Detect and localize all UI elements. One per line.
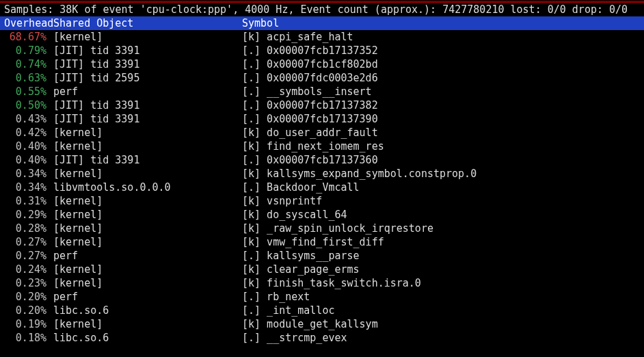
symbol-cell: [k] module_get_kallsym	[242, 317, 378, 331]
symbol-cell: [.] 0x00007fcb17137390	[242, 112, 378, 126]
shared-object-cell: [kernel]	[46, 140, 242, 153]
overhead-cell: 0.50%	[4, 98, 46, 112]
shared-object-cell: [kernel]	[46, 208, 242, 222]
shared-object-cell: [kernel]	[46, 126, 242, 140]
shared-object-cell: libc.so.6	[46, 331, 242, 345]
symbol-cell: [k] vmw_find_first_diff	[242, 235, 384, 249]
table-row[interactable]: 0.43%[JIT] tid 3391[.] 0x00007fcb1713739…	[4, 112, 640, 126]
table-row[interactable]: 0.19%[kernel][k] module_get_kallsym	[4, 317, 640, 331]
shared-object-cell: perf	[46, 85, 242, 98]
shared-object-cell: perf	[46, 249, 242, 263]
shared-object-cell: [JIT] tid 2595	[46, 71, 242, 85]
table-row[interactable]: 0.50%[JIT] tid 3391[.] 0x00007fcb1713738…	[4, 98, 640, 112]
shared-object-cell: libvmtools.so.0.0.0	[46, 181, 242, 194]
overhead-cell: 0.27%	[4, 249, 46, 263]
overhead-cell: 0.27%	[4, 235, 46, 249]
overhead-cell: 0.24%	[4, 263, 46, 276]
overhead-cell: 0.55%	[4, 85, 46, 98]
overhead-cell: 0.79%	[4, 44, 46, 57]
column-header: OverheadShared ObjectSymbol	[0, 16, 644, 30]
shared-object-cell: [kernel]	[46, 235, 242, 249]
table-row[interactable]: 0.29%[kernel][k] do_syscall_64	[4, 208, 640, 222]
symbol-cell: [.] __symbols__insert	[242, 85, 372, 98]
symbol-cell: [k] _raw_spin_unlock_irqrestore	[242, 222, 433, 235]
table-row[interactable]: 68.67%[kernel][k] acpi_safe_halt	[4, 30, 640, 44]
table-row[interactable]: 0.23%[kernel][k] finish_task_switch.isra…	[4, 276, 640, 290]
table-row[interactable]: 0.79%[JIT] tid 3391[.] 0x00007fcb1713735…	[4, 44, 640, 57]
shared-object-cell: [kernel]	[46, 222, 242, 235]
shared-object-cell: [kernel]	[46, 30, 242, 44]
shared-object-cell: [JIT] tid 3391	[46, 112, 242, 126]
symbol-cell: [.] 0x00007fcb17137382	[242, 98, 378, 112]
overhead-cell: 0.18%	[4, 331, 46, 345]
table-row[interactable]: 0.55%perf[.] __symbols__insert	[4, 85, 640, 98]
overhead-cell: 0.34%	[4, 181, 46, 194]
shared-object-cell: [JIT] tid 3391	[46, 57, 242, 71]
shared-object-cell: [kernel]	[46, 194, 242, 208]
table-row[interactable]: 0.28%[kernel][k] _raw_spin_unlock_irqres…	[4, 222, 640, 235]
symbol-cell: [.] kallsyms__parse	[242, 249, 360, 263]
table-row[interactable]: 0.34%[kernel][k] kallsyms_expand_symbol.…	[4, 167, 640, 181]
col-symbol: Symbol	[242, 16, 279, 30]
perf-report-screen: Samples: 38K of event 'cpu-clock:ppp', 4…	[0, 0, 644, 357]
shared-object-cell: perf	[46, 290, 242, 304]
rows-container[interactable]: 68.67%[kernel][k] acpi_safe_halt0.79%[JI…	[0, 30, 644, 345]
symbol-cell: [.] 0x00007fdc0003e2d6	[242, 71, 378, 85]
shared-object-cell: [kernel]	[46, 167, 242, 181]
shared-object-cell: [kernel]	[46, 317, 242, 331]
symbol-cell: [k] find_next_iomem_res	[242, 140, 384, 153]
shared-object-cell: [JIT] tid 3391	[46, 98, 242, 112]
table-row[interactable]: 0.42%[kernel][k] do_user_addr_fault	[4, 126, 640, 140]
symbol-cell: [k] finish_task_switch.isra.0	[242, 276, 421, 290]
table-row[interactable]: 0.40%[JIT] tid 3391[.] 0x00007fcb1713736…	[4, 153, 640, 167]
col-shared-object: Shared Object	[46, 16, 242, 30]
table-row[interactable]: 0.18%libc.so.6[.] __strcmp_evex	[4, 331, 640, 345]
table-row[interactable]: 0.20%perf[.] rb_next	[4, 290, 640, 304]
overhead-cell: 0.42%	[4, 126, 46, 140]
table-row[interactable]: 0.24%[kernel][k] clear_page_erms	[4, 263, 640, 276]
overhead-cell: 0.34%	[4, 167, 46, 181]
overhead-cell: 0.40%	[4, 153, 46, 167]
symbol-cell: [k] do_user_addr_fault	[242, 126, 378, 140]
overhead-cell: 0.28%	[4, 222, 46, 235]
symbol-cell: [k] kallsyms_expand_symbol.constprop.0	[242, 167, 477, 181]
shared-object-cell: [kernel]	[46, 276, 242, 290]
shared-object-cell: [JIT] tid 3391	[46, 153, 242, 167]
table-row[interactable]: 0.63%[JIT] tid 2595[.] 0x00007fdc0003e2d…	[4, 71, 640, 85]
symbol-cell: [k] do_syscall_64	[242, 208, 347, 222]
symbol-cell: [k] vsnprintf	[242, 194, 322, 208]
table-row[interactable]: 0.31%[kernel][k] vsnprintf	[4, 194, 640, 208]
table-row[interactable]: 0.34%libvmtools.so.0.0.0[.] Backdoor_Vmc…	[4, 181, 640, 194]
symbol-cell: [.] Backdoor_Vmcall	[242, 181, 360, 194]
overhead-cell: 0.31%	[4, 194, 46, 208]
shared-object-cell: libc.so.6	[46, 304, 242, 317]
table-row[interactable]: 0.40%[kernel][k] find_next_iomem_res	[4, 140, 640, 153]
overhead-cell: 0.23%	[4, 276, 46, 290]
shared-object-cell: [kernel]	[46, 263, 242, 276]
table-row[interactable]: 0.20%libc.so.6[.] _int_malloc	[4, 304, 640, 317]
overhead-cell: 0.19%	[4, 317, 46, 331]
symbol-cell: [.] _int_malloc	[242, 304, 334, 317]
overhead-cell: 68.67%	[4, 30, 46, 44]
overhead-cell: 0.29%	[4, 208, 46, 222]
symbol-cell: [.] 0x00007fcb1cf802bd	[242, 57, 378, 71]
overhead-cell: 0.20%	[4, 304, 46, 317]
table-row[interactable]: 0.27%perf[.] kallsyms__parse	[4, 249, 640, 263]
overhead-cell: 0.63%	[4, 71, 46, 85]
symbol-cell: [k] acpi_safe_halt	[242, 30, 353, 44]
table-row[interactable]: 0.74%[JIT] tid 3391[.] 0x00007fcb1cf802b…	[4, 57, 640, 71]
overhead-cell: 0.20%	[4, 290, 46, 304]
symbol-cell: [.] 0x00007fcb17137352	[242, 44, 378, 57]
col-overhead: Overhead	[4, 16, 46, 30]
overhead-cell: 0.40%	[4, 140, 46, 153]
symbol-cell: [.] rb_next	[242, 290, 310, 304]
samples-line: Samples: 38K of event 'cpu-clock:ppp', 4…	[0, 3, 644, 16]
shared-object-cell: [JIT] tid 3391	[46, 44, 242, 57]
symbol-cell: [.] 0x00007fcb17137360	[242, 153, 378, 167]
overhead-cell: 0.43%	[4, 112, 46, 126]
overhead-cell: 0.74%	[4, 57, 46, 71]
symbol-cell: [.] __strcmp_evex	[242, 331, 347, 345]
table-row[interactable]: 0.27%[kernel][k] vmw_find_first_diff	[4, 235, 640, 249]
symbol-cell: [k] clear_page_erms	[242, 263, 360, 276]
